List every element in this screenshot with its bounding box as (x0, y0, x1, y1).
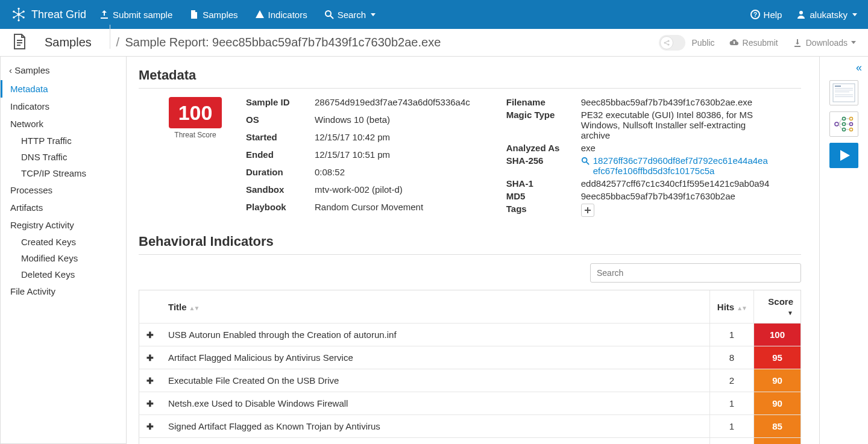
svg-point-43 (843, 128, 846, 131)
report-thumb-icon (832, 83, 856, 103)
svg-rect-15 (192, 16, 195, 17)
sidebar-sub-http[interactable]: HTTP Traffic (1, 133, 126, 149)
collapse-rail-button[interactable]: « (856, 61, 862, 74)
nav-user[interactable]: alukatsky (796, 10, 857, 20)
sidebar-sub-created[interactable]: Created Keys (1, 234, 126, 250)
k-sample-id: Sample ID (246, 97, 306, 112)
thumb-play[interactable] (829, 143, 858, 168)
thumb-report[interactable] (829, 80, 858, 105)
svg-point-20 (799, 11, 803, 14)
svg-line-8 (19, 11, 24, 14)
user-icon (796, 10, 806, 19)
svg-rect-14 (192, 15, 196, 16)
sidebar-sub-dns[interactable]: DNS Traffic (1, 149, 126, 165)
v-sha256[interactable]: 18276ff36c77d960df8ef7d792ec61e44a4eaefc… (581, 155, 772, 176)
k-os: OS (246, 114, 306, 130)
nav-search[interactable]: Search (324, 10, 376, 20)
header-actions: Public Resubmit Downloads (659, 35, 856, 51)
sidebar-item-indicators[interactable]: Indicators (1, 98, 126, 115)
svg-rect-38 (835, 95, 853, 95)
sub-header: Samples / Sample Report: 9eec85bbac59af7… (0, 29, 868, 57)
sha256-link: 18276ff36c77d960df8ef7d792ec61e44a4eaefc… (593, 155, 772, 176)
svg-point-41 (843, 117, 846, 120)
v-filename: 9eec85bbac59af7b7b439f1c7630b2ae.exe (581, 97, 772, 107)
top-nav: Threat Grid Submit sample Samples Indica… (0, 0, 868, 29)
svg-line-7 (14, 11, 19, 14)
svg-line-10 (19, 14, 24, 17)
resubmit-button[interactable]: Resubmit (729, 38, 778, 48)
svg-point-25 (668, 40, 670, 42)
k-sandbox: Sandbox (246, 184, 306, 199)
expand-row-button[interactable]: ✚ (146, 376, 154, 386)
sidebar-item-label: Network (10, 119, 43, 129)
col-title-label: Title (168, 302, 187, 312)
nav-search-label: Search (338, 10, 366, 20)
downloads-button[interactable]: Downloads (793, 38, 856, 48)
svg-rect-35 (835, 88, 853, 89)
row-hits: 1 (709, 415, 753, 438)
sidebar-back[interactable]: ‹ Samples (1, 60, 126, 80)
breadcrumb-root[interactable]: Samples (33, 25, 110, 49)
sidebar-sub-tcpip[interactable]: TCP/IP Streams (1, 165, 126, 181)
col-title[interactable]: Title▲▼ (161, 290, 709, 324)
sidebar-item-metadata[interactable]: Metadata (1, 80, 126, 98)
nav-submit-sample[interactable]: Submit sample (99, 10, 172, 20)
chevron-down-icon (851, 41, 856, 44)
row-score: 85 (754, 415, 801, 438)
nav-submit-label: Submit sample (113, 10, 172, 20)
svg-point-46 (850, 128, 853, 131)
v-os: Windows 10 (beta) (315, 114, 470, 130)
behavioral-search-input[interactable] (590, 263, 801, 283)
row-title: A VBScript Invoked Run Method On Created… (161, 438, 709, 445)
col-score[interactable]: Score ▼ (754, 290, 801, 324)
sidebar-item-label: TCP/IP Streams (21, 168, 86, 178)
metadata-col-right: Filename9eec85bbac59af7b7b439f1c7630b2ae… (506, 97, 772, 217)
expand-row-button[interactable]: ✚ (146, 330, 154, 340)
k-analyzed: Analyzed As (506, 143, 573, 153)
sidebar-item-fileactivity[interactable]: File Activity (1, 283, 126, 300)
public-toggle[interactable] (659, 35, 685, 51)
svg-line-28 (666, 43, 668, 44)
v-ended: 12/15/17 10:51 pm (315, 149, 470, 164)
add-tag-button[interactable] (581, 204, 594, 217)
threat-score-box: 100 Threat Score (169, 97, 222, 217)
k-sha256: SHA-256 (506, 155, 573, 176)
metadata-heading: Metadata (139, 67, 801, 83)
sidebar-back-label: Samples (14, 65, 49, 75)
search-icon (581, 157, 590, 167)
expand-row-button[interactable]: ✚ (146, 399, 154, 408)
nav-links: Submit sample Samples Indicators Search (99, 10, 376, 20)
row-score: 95 (754, 346, 801, 369)
table-row: ✚USB Autorun Enabled through the Creatio… (139, 324, 801, 346)
thumb-procgraph[interactable] (829, 111, 858, 137)
nav-help[interactable]: ? Help (750, 10, 782, 20)
brand[interactable]: Threat Grid (11, 7, 86, 22)
sidebar-sub-modified[interactable]: Modified Keys (1, 250, 126, 266)
v-started: 12/15/17 10:42 pm (315, 132, 470, 147)
row-score: 90 (754, 392, 801, 415)
metadata-block: 100 Threat Score Sample ID286754d919ed3f… (139, 97, 801, 217)
sidebar-item-network[interactable]: Network (1, 115, 126, 133)
col-hits[interactable]: Hits▲▼ (709, 290, 753, 324)
k-sha1: SHA-1 (506, 178, 573, 189)
sidebar-item-processes[interactable]: Processes (1, 181, 126, 199)
help-icon: ? (750, 10, 760, 19)
sidebar-item-artifacts[interactable]: Artifacts (1, 199, 126, 216)
v-sandbox: mtv-work-002 (pilot-d) (315, 184, 470, 199)
upload-icon (99, 10, 109, 19)
public-label: Public (691, 38, 714, 48)
nav-indicators[interactable]: Indicators (255, 10, 307, 20)
thumbnail-rail: « (820, 57, 868, 444)
main-content: Metadata 100 Threat Score Sample ID28675… (127, 57, 820, 444)
sidebar-sub-deleted[interactable]: Deleted Keys (1, 266, 126, 283)
sort-desc-icon: ▼ (787, 310, 793, 316)
expand-row-button[interactable]: ✚ (146, 422, 154, 431)
v-tags (581, 204, 772, 217)
expand-row-button[interactable]: ✚ (146, 353, 154, 363)
download-icon (793, 38, 802, 48)
v-analyzed: exe (581, 143, 772, 153)
warning-icon (255, 10, 265, 19)
svg-rect-37 (835, 92, 849, 92)
sidebar-item-registry[interactable]: Registry Activity (1, 216, 126, 234)
nav-samples[interactable]: Samples (189, 10, 237, 20)
